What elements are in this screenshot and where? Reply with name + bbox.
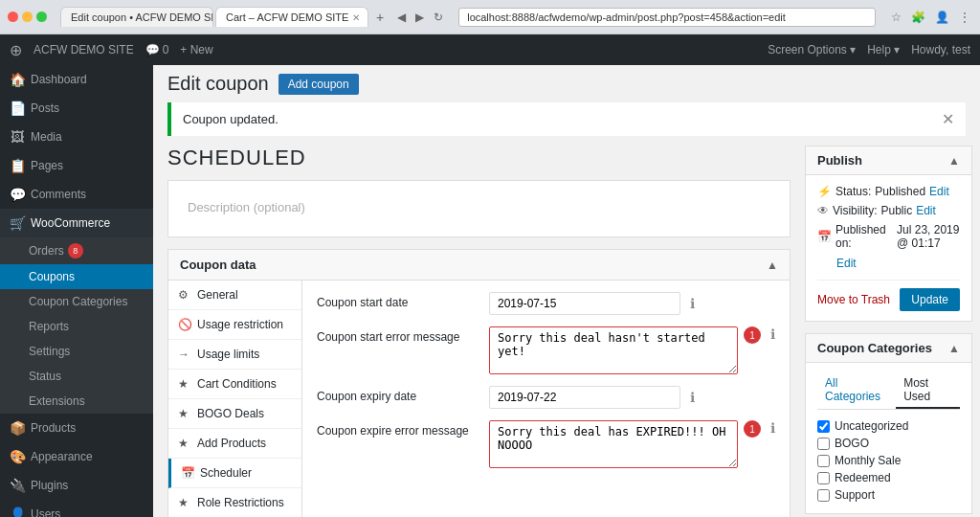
publish-toggle-icon[interactable]: ▲ [948, 154, 960, 168]
sidebar-item-extensions[interactable]: Extensions [0, 389, 153, 414]
start-error-help-icon[interactable]: ℹ [770, 326, 775, 342]
expire-error-textarea[interactable]: Sorry this deal has EXPIRED!!! OH NOOOO [489, 420, 738, 468]
coupon-tab-bogo[interactable]: ★ BOGO Deals [168, 399, 301, 429]
tab-close-icon[interactable]: ✕ [352, 12, 360, 23]
coupon-tab-role-restrictions[interactable]: ★ Role Restrictions [168, 488, 301, 517]
expiry-date-input[interactable] [489, 386, 680, 409]
status-edit-link[interactable]: Edit [929, 185, 949, 198]
usage-limits-label: Usage limits [197, 348, 259, 361]
sidebar-item-reports[interactable]: Reports [0, 314, 153, 339]
category-item-support: Support [817, 486, 960, 504]
coupon-tab-scheduler[interactable]: 📅 Scheduler [168, 459, 301, 488]
cat-tab-all[interactable]: All Categories [817, 372, 896, 409]
sidebar-item-users[interactable]: 👤 Users [0, 500, 153, 517]
profile-icon[interactable]: 👤 [933, 9, 951, 26]
minimize-window-button[interactable] [22, 11, 33, 22]
browser-tab-cart[interactable]: Cart – ACFW DEMO SITE ✕ [215, 7, 368, 27]
category-label-monthly-sale[interactable]: Monthly Sale [835, 454, 901, 467]
start-date-input[interactable] [489, 292, 680, 315]
forward-button[interactable]: ▶ [413, 9, 426, 26]
sidebar-item-woocommerce[interactable]: 🛒 WooCommerce [0, 209, 153, 237]
start-error-control: Sorry this deal hasn't started yet! 1 ℹ [489, 326, 775, 374]
category-label-uncategorized[interactable]: Uncategorized [835, 419, 908, 433]
coupon-tab-general[interactable]: ⚙ General [168, 281, 301, 310]
sidebar-item-posts[interactable]: 📄 Posts [0, 94, 153, 123]
reload-button[interactable]: ↻ [432, 9, 445, 26]
category-checkbox-bogo[interactable] [817, 438, 830, 450]
expire-error-control: Sorry this deal has EXPIRED!!! OH NOOOO … [489, 420, 775, 468]
start-date-help-icon[interactable]: ℹ [690, 296, 695, 311]
category-label-redeemed[interactable]: Redeemed [835, 471, 891, 484]
sidebar-item-plugins[interactable]: 🔌 Plugins [0, 471, 153, 500]
admin-bar-new[interactable]: + New [180, 43, 212, 56]
visibility-edit-link[interactable]: Edit [916, 204, 936, 217]
coupon-data-toggle-icon[interactable]: ▲ [767, 258, 778, 272]
cat-tab-most-used[interactable]: Most Used [896, 372, 960, 409]
category-label-support[interactable]: Support [835, 488, 875, 502]
category-checkbox-uncategorized[interactable] [817, 420, 830, 433]
cart-conditions-label: Cart Conditions [197, 377, 277, 391]
sidebar-item-pages[interactable]: 📋 Pages [0, 151, 153, 180]
coupon-categories-metabox: Coupon Categories ▲ All Categories Most … [805, 333, 972, 514]
admin-bar-comments[interactable]: 💬 0 [145, 43, 169, 56]
browser-nav-buttons: ◀ ▶ ↻ [395, 9, 445, 26]
close-window-button[interactable] [8, 11, 18, 22]
sidebar-item-settings[interactable]: Settings [0, 339, 153, 364]
category-checkbox-monthly-sale[interactable] [817, 455, 830, 467]
maximize-window-button[interactable] [36, 11, 47, 22]
sidebar-item-orders[interactable]: Orders 8 [0, 237, 153, 264]
sidebar-item-coupons[interactable]: Coupons [0, 264, 153, 289]
back-button[interactable]: ◀ [395, 9, 408, 26]
help-button[interactable]: Help ▾ [867, 43, 900, 56]
category-item-redeemed: Redeemed [817, 469, 960, 486]
update-button[interactable]: Update [900, 288, 960, 311]
url-bar[interactable] [458, 8, 876, 27]
bogo-icon: ★ [178, 407, 191, 420]
expiry-date-help-icon[interactable]: ℹ [690, 390, 695, 405]
category-checkbox-support[interactable] [817, 489, 830, 502]
browser-window-controls[interactable] [8, 11, 47, 22]
categories-toggle-icon[interactable]: ▲ [948, 342, 960, 355]
menu-icon[interactable]: ⋮ [957, 9, 972, 26]
expire-error-help-icon[interactable]: ℹ [770, 420, 775, 436]
publish-header[interactable]: Publish ▲ [806, 146, 971, 175]
move-to-trash-link[interactable]: Move to Trash [817, 293, 890, 306]
bookmark-icon[interactable]: ☆ [889, 9, 903, 26]
general-tab-label: General [197, 288, 238, 302]
sidebar-label-users: Users [31, 507, 60, 517]
sidebar-item-coupon-categories[interactable]: Coupon Categories [0, 289, 153, 314]
sidebar-item-comments[interactable]: 💬 Comments [0, 180, 153, 209]
screen-options-button[interactable]: Screen Options ▾ [768, 43, 856, 56]
start-date-control: ℹ [489, 292, 775, 315]
category-label-bogo[interactable]: BOGO [835, 437, 869, 450]
users-icon: 👤 [10, 506, 25, 517]
add-coupon-button[interactable]: Add coupon [278, 74, 359, 95]
start-error-textarea[interactable]: Sorry this deal hasn't started yet! [489, 326, 738, 374]
sidebar-item-dashboard[interactable]: 🏠 Dashboard [0, 65, 153, 94]
scheduler-icon: 📅 [181, 466, 194, 480]
published-edit-link[interactable]: Edit [836, 257, 857, 270]
expiry-date-control: ℹ [489, 386, 775, 409]
sidebar-item-status[interactable]: Status [0, 364, 153, 389]
sidebar-item-appearance[interactable]: 🎨 Appearance [0, 442, 153, 471]
sidebar-item-products[interactable]: 📦 Products [0, 414, 153, 442]
bogo-label: BOGO Deals [197, 407, 264, 420]
coupon-data-metabox: Coupon data ▲ ⚙ General 🚫 Usag [167, 249, 791, 517]
coupon-tab-add-products[interactable]: ★ Add Products [168, 429, 301, 459]
publish-metabox: Publish ▲ ⚡ Status: Published Edit 👁 Vis… [805, 146, 972, 322]
notice-dismiss-button[interactable]: ✕ [942, 110, 954, 128]
coupon-tab-usage-limits[interactable]: → Usage limits [168, 340, 301, 370]
browser-tab-active[interactable]: Edit coupon • ACFW DEMO SI... ✕ [60, 7, 213, 27]
new-tab-button[interactable]: + [370, 7, 390, 27]
coupon-data-header[interactable]: Coupon data ▲ [168, 250, 790, 281]
coupon-tab-usage-restriction[interactable]: 🚫 Usage restriction [168, 310, 301, 340]
category-checkbox-redeemed[interactable] [817, 472, 830, 484]
coupon-tab-cart-conditions[interactable]: ★ Cart Conditions [168, 370, 301, 399]
categories-header[interactable]: Coupon Categories ▲ [806, 334, 971, 363]
description-box[interactable]: Description (optional) [167, 180, 791, 237]
admin-bar-site-name[interactable]: ACFW DEMO SITE [33, 43, 134, 56]
visibility-value: Public [880, 204, 912, 217]
extensions-icon[interactable]: 🧩 [909, 9, 927, 26]
sidebar-item-media[interactable]: 🖼 Media [0, 123, 153, 151]
wp-logo-icon[interactable]: ⊕ [10, 41, 22, 59]
